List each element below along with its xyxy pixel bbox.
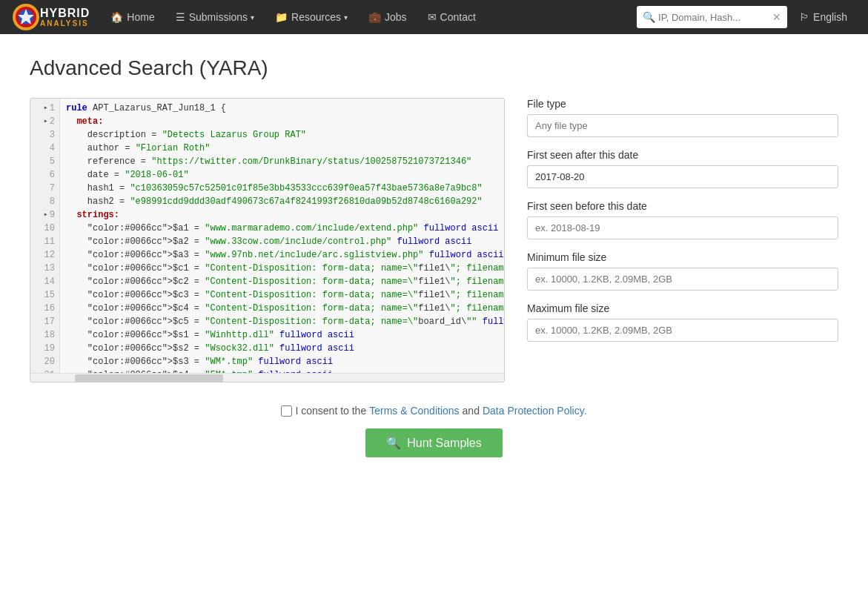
consent-prefix: I consent to the — [295, 405, 366, 417]
code-line: "color:#0066cc">$a2 = "www.33cow.com/inc… — [66, 235, 499, 248]
code-line: "color:#0066cc">$a3 = "www.97nb.net/incl… — [66, 248, 499, 262]
file-type-label: File type — [527, 98, 838, 110]
min-size-label: Minimum file size — [527, 251, 838, 263]
code-line: "color:#0066cc">$c2 = "Content-Dispositi… — [66, 275, 499, 288]
consent-and: and — [463, 405, 480, 417]
code-line: "color:#0066cc">$c5 = "Content-Dispositi… — [66, 315, 499, 328]
flag-icon: 🏳 — [799, 11, 809, 23]
yara-code-editor[interactable]: ▸1▸2345678▸91011121314151617181920212223… — [30, 98, 505, 382]
content-layout: ▸1▸2345678▸91011121314151617181920212223… — [30, 98, 838, 382]
line-number: 20 — [30, 355, 59, 368]
policy-link[interactable]: Data Protection Policy. — [483, 405, 587, 417]
envelope-icon: ✉ — [428, 11, 437, 23]
line-number: 3 — [30, 128, 59, 142]
line-number: 5 — [30, 155, 59, 168]
line-number: 7 — [30, 182, 59, 195]
first-seen-after-label: First seen after this date — [527, 149, 838, 161]
hunt-search-icon: 🔍 — [386, 436, 401, 450]
code-line: "color:#0066cc">$c4 = "Content-Dispositi… — [66, 302, 499, 315]
filters-sidebar: File type First seen after this date Fir… — [527, 98, 838, 354]
code-line: "color:#0066cc">$s3 = "WM*.tmp" fullword… — [66, 355, 499, 368]
horizontal-scrollbar[interactable] — [30, 373, 504, 382]
line-number: 6 — [30, 168, 59, 182]
hunt-samples-button[interactable]: 🔍 Hunt Samples — [365, 428, 503, 457]
first-seen-before-filter: First seen before this date — [527, 200, 838, 239]
briefcase-icon: 💼 — [368, 11, 381, 23]
clear-search-button[interactable]: ✕ — [772, 11, 781, 23]
code-line: hash1 = "c10363059c57c52501c01f85e3bb435… — [66, 182, 499, 195]
search-icon: 🔍 — [643, 11, 655, 23]
hunt-button-label: Hunt Samples — [407, 437, 482, 450]
file-type-input[interactable] — [527, 114, 838, 137]
language-label: English — [813, 11, 847, 23]
min-size-input[interactable] — [527, 268, 838, 291]
first-seen-before-input[interactable] — [527, 216, 838, 239]
nav-jobs[interactable]: 💼 Jobs — [360, 0, 416, 34]
terms-link[interactable]: Terms & Conditions — [369, 405, 459, 417]
folder-icon: 📁 — [275, 11, 288, 23]
code-line: "color:#0066cc">$c1 = "Content-Dispositi… — [66, 262, 499, 275]
brand-logo[interactable]: HYBRID ANALYSIS — [12, 3, 90, 31]
logo-top: HYBRID — [40, 7, 90, 20]
line-number: 18 — [30, 328, 59, 342]
scrollbar-thumb[interactable] — [75, 374, 223, 382]
line-number: ▸1 — [30, 102, 59, 115]
consent-area: I consent to the Terms & Conditions and … — [30, 405, 838, 457]
language-selector[interactable]: 🏳 English — [790, 0, 856, 34]
code-line: hash2 = "e98991cdd9ddd30adf490673c67a4f8… — [66, 195, 499, 208]
line-number: ▸9 — [30, 208, 59, 222]
line-number: 11 — [30, 235, 59, 248]
max-size-filter: Maximum file size — [527, 302, 838, 342]
line-numbers: ▸1▸2345678▸91011121314151617181920212223… — [30, 99, 60, 373]
line-number: 16 — [30, 302, 59, 315]
line-number: 15 — [30, 288, 59, 302]
code-line: "color:#0066cc">$s1 = "Winhttp.dll" full… — [66, 328, 499, 342]
logo-icon — [12, 3, 40, 31]
code-line: rule APT_Lazarus_RAT_Jun18_1 { — [66, 102, 499, 115]
first-seen-after-filter: First seen after this date — [527, 149, 838, 188]
page-title: Advanced Search (YARA) — [30, 56, 838, 80]
consent-checkbox[interactable] — [281, 405, 292, 417]
line-number: 13 — [30, 262, 59, 275]
main-content: Advanced Search (YARA) ▸1▸2345678▸910111… — [0, 34, 868, 480]
code-line: reference = "https://twitter.com/DrunkBi… — [66, 155, 499, 168]
min-size-filter: Minimum file size — [527, 251, 838, 291]
line-number: 10 — [30, 222, 59, 235]
nav-submissions[interactable]: ☰ Submissions ▾ — [167, 0, 263, 34]
code-line: "color:#0066cc">$s2 = "Wsock32.dll" full… — [66, 342, 499, 355]
line-number: 14 — [30, 275, 59, 288]
file-type-filter: File type — [527, 98, 838, 137]
line-number: 4 — [30, 142, 59, 155]
first-seen-before-label: First seen before this date — [527, 200, 838, 212]
code-editor-inner[interactable]: ▸1▸2345678▸91011121314151617181920212223… — [30, 99, 504, 373]
max-size-input[interactable] — [527, 319, 838, 342]
logo-bottom: ANALYSIS — [40, 19, 90, 27]
consent-row: I consent to the Terms & Conditions and … — [30, 405, 838, 417]
home-icon: 🏠 — [110, 11, 123, 23]
submissions-dropdown-icon: ▾ — [251, 13, 254, 21]
nav-resources[interactable]: 📁 Resources ▾ — [266, 0, 357, 34]
code-line: strings: — [66, 208, 499, 222]
global-search-box[interactable]: 🔍 ✕ — [637, 6, 787, 28]
list-icon: ☰ — [176, 11, 185, 23]
line-number: 12 — [30, 248, 59, 262]
line-number: 8 — [30, 195, 59, 208]
code-content[interactable]: rule APT_Lazarus_RAT_Jun18_1 { meta: des… — [60, 99, 504, 373]
code-line: "color:#0066cc">$a1 = "www.marmarademo.c… — [66, 222, 499, 235]
search-input[interactable] — [658, 12, 769, 23]
nav-contact[interactable]: ✉ Contact — [419, 0, 485, 34]
max-size-label: Maximum file size — [527, 302, 838, 314]
resources-dropdown-icon: ▾ — [344, 13, 348, 21]
navbar: HYBRID ANALYSIS 🏠 Home ☰ Submissions ▾ 📁… — [0, 0, 868, 34]
code-line: author = "Florian Roth" — [66, 142, 499, 155]
code-line: "color:#0066cc">$c3 = "Content-Dispositi… — [66, 288, 499, 302]
line-number: 17 — [30, 315, 59, 328]
first-seen-after-input[interactable] — [527, 165, 838, 188]
code-line: date = "2018-06-01" — [66, 168, 499, 182]
code-line: meta: — [66, 115, 499, 128]
logo-text: HYBRID ANALYSIS — [40, 7, 90, 28]
line-number: ▸2 — [30, 115, 59, 128]
code-line: description = "Detects Lazarus Group RAT… — [66, 128, 499, 142]
nav-home[interactable]: 🏠 Home — [102, 0, 163, 34]
line-number: 19 — [30, 342, 59, 355]
